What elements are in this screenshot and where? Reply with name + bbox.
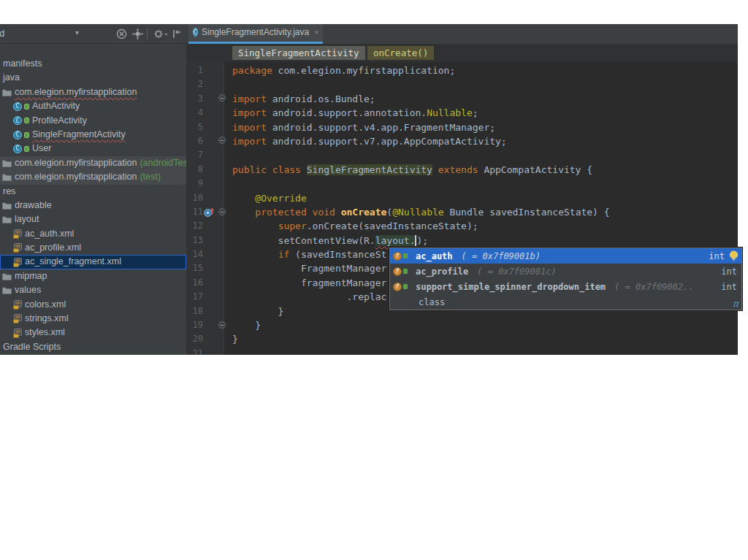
line-number: 1 [188, 64, 203, 77]
line-number: 7 [188, 148, 203, 162]
tree-item-res[interactable]: res [0, 185, 186, 199]
line-number: 16 [188, 276, 203, 290]
code-line[interactable]: super.onCreate(savedInstanceState); [232, 219, 610, 233]
tree-item-user[interactable]: C User [0, 142, 186, 156]
line-number: 3 [188, 92, 203, 106]
code-line[interactable]: package com.elegion.myfirstapplication; [232, 64, 610, 77]
layout-file-icon [13, 243, 22, 253]
completion-item-support-simple-spinner[interactable]: f support_simple_spinner_dropdown_item (… [390, 279, 741, 294]
code-line[interactable]: } [232, 318, 610, 332]
line-number: 17 [188, 290, 203, 304]
completion-item-ac-auth[interactable]: f ac_auth ( = 0x7f09001b) int [390, 248, 741, 264]
hide-panel-icon[interactable] [171, 28, 183, 40]
tree-item-styles-xml[interactable]: styles.xml [0, 326, 186, 340]
code-line[interactable]: } [232, 332, 610, 346]
code-line[interactable]: protected void onCreate(@Nullable Bundle… [232, 205, 610, 219]
context-class-chip[interactable]: SingleFragmentActivity [232, 46, 365, 60]
fold-marker-icon[interactable] [218, 321, 226, 329]
tree-item-package-test[interactable]: com.elegion.myfirstapplication (test) [0, 170, 186, 184]
tree-item-gradle-scripts[interactable]: Gradle Scripts [0, 340, 186, 354]
line-number: 20 [188, 332, 203, 346]
line-number: 4 [188, 106, 203, 120]
line-number: 2 [188, 77, 203, 91]
tree-item-ac-auth-xml[interactable]: ac_auth.xml [0, 227, 186, 241]
class-icon: C [13, 131, 22, 139]
folder-icon [2, 272, 12, 280]
tab-title: SingleFragmentActivity.java [202, 27, 309, 37]
code-line[interactable]: setContentView(R.layout.); [232, 234, 610, 248]
completion-item-ac-profile[interactable]: f ac_profile ( = 0x7f09001c) int [390, 264, 741, 279]
tab-singlefragmentactivity[interactable]: C SingleFragmentActivity.java × [188, 24, 323, 44]
gear-icon[interactable] [153, 28, 165, 40]
tree-item-package[interactable]: com.elegion.myfirstapplication [0, 85, 186, 99]
xml-file-icon [13, 300, 22, 310]
line-number: 9 [188, 177, 203, 191]
class-icon: C [13, 145, 22, 153]
tree-item-singlefragmentactivity[interactable]: C SingleFragmentActivity [0, 128, 186, 142]
line-number: 13 [188, 234, 203, 248]
locate-file-icon[interactable] [131, 28, 144, 40]
line-number: 8 [188, 163, 203, 177]
header-bar: Android ▾ C SingleFragmentActivity.java … [0, 24, 738, 44]
xml-file-icon [13, 314, 22, 323]
tree-item-package-androidtest[interactable]: com.elegion.myfirstapplication (androidT… [0, 156, 186, 170]
field-icon: f [393, 283, 402, 291]
code-line[interactable]: import android.support.v4.app.FragmentMa… [232, 120, 610, 134]
tree-item-java[interactable]: java [0, 71, 186, 85]
tree-item-drawable[interactable]: drawable [0, 199, 186, 212]
public-marker-icon [24, 132, 29, 138]
line-number: 12 [188, 219, 203, 233]
public-marker-icon [24, 118, 29, 123]
tree-item-mipmap[interactable]: mipmap [0, 269, 186, 283]
fold-marker-icon[interactable] [218, 94, 226, 101]
editor-tab-bar: C SingleFragmentActivity.java × [186, 24, 738, 44]
folder-icon [2, 286, 12, 294]
folder-icon [2, 215, 12, 223]
tree-item-profileactivity[interactable]: C ProfileActivity [0, 114, 186, 128]
line-number: 19 [188, 318, 203, 332]
chevron-down-icon[interactable]: ▾ [75, 28, 79, 37]
code-line[interactable]: import android.support.v7.app.AppCompatA… [232, 134, 610, 148]
context-method-chip[interactable]: onCreate() [367, 46, 434, 60]
class-icon: C [13, 116, 22, 125]
field-icon: f [393, 252, 402, 261]
code-line[interactable] [232, 177, 610, 191]
override-method-icon[interactable] [204, 207, 215, 217]
public-marker-icon [403, 284, 408, 289]
code-line[interactable] [232, 77, 610, 91]
code-area: 1 2 3 4 5 6 7 8 9 10 11 12 13 14 15 16 1… [186, 62, 738, 355]
project-view-selector-label[interactable]: Android [0, 28, 4, 39]
tree-item-colors-xml[interactable]: colors.xml [0, 298, 186, 312]
public-marker-icon [24, 104, 29, 110]
tree-item-manifests[interactable]: manifests [0, 57, 186, 71]
code-line[interactable]: @Override [232, 191, 610, 205]
completion-popup: f ac_auth ( = 0x7f09001b) int f ac_profi… [389, 248, 742, 310]
source-set-suffix: (test) [140, 170, 160, 184]
tree-item-authactivity[interactable]: C AuthActivity [0, 99, 186, 113]
intention-bulb-icon[interactable] [729, 250, 739, 261]
completion-item-class[interactable]: class [390, 294, 741, 310]
code-line[interactable] [232, 347, 610, 355]
line-number: 15 [188, 261, 203, 275]
tree-item-ac-single-fragment-xml[interactable]: ac_single_fragment.xml [0, 255, 186, 269]
code-line[interactable] [232, 148, 610, 162]
fold-marker-icon[interactable] [218, 137, 226, 144]
tree-item-strings-xml[interactable]: strings.xml [0, 312, 186, 326]
line-number: 21 [188, 347, 203, 355]
code-line[interactable]: import android.support.annotation.Nullab… [232, 106, 610, 120]
line-number: 11 [188, 205, 203, 219]
folder-icon [2, 202, 12, 210]
collapse-all-icon[interactable] [115, 28, 128, 40]
line-number: 10 [188, 191, 203, 205]
folder-icon [2, 159, 12, 167]
fold-marker-icon[interactable] [218, 208, 226, 215]
code-lines: package com.elegion.myfirstapplication; … [232, 64, 610, 355]
line-number: 5 [188, 120, 203, 134]
close-icon[interactable]: × [314, 28, 318, 37]
code-line[interactable]: public class SingleFragmentActivity exte… [232, 163, 610, 177]
tree-item-layout[interactable]: layout [0, 212, 186, 226]
tree-item-ac-profile-xml[interactable]: ac_profile.xml [0, 241, 186, 255]
code-line[interactable]: import android.os.Bundle; [232, 92, 610, 106]
line-number: 6 [188, 134, 203, 148]
tree-item-values[interactable]: values [0, 283, 186, 297]
